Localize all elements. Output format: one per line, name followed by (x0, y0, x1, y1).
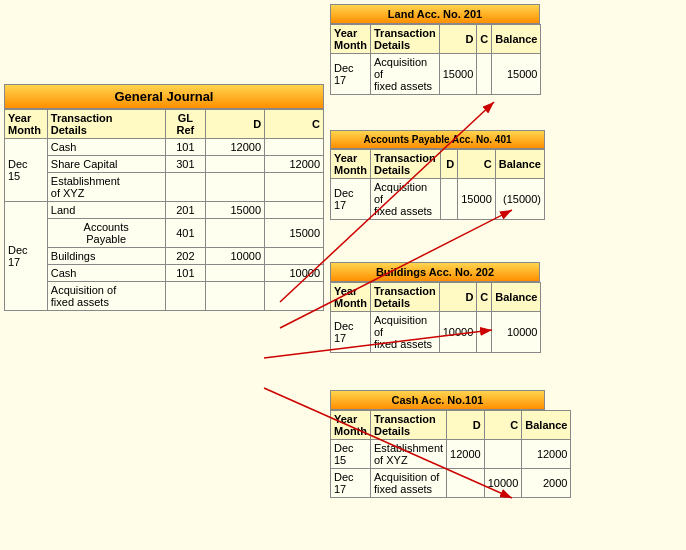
gj-d: 15000 (206, 202, 265, 219)
lc-col-d: D (440, 150, 457, 179)
gj-col-d: D (206, 110, 265, 139)
gj-detail: Buildings (47, 248, 165, 265)
lc-col-bal: Balance (495, 150, 544, 179)
lc-bal: 10000 (492, 312, 541, 353)
gj-d (206, 219, 265, 248)
ledger-cash-table: YearMonth TransactionDetails D C Balance… (330, 410, 571, 498)
lc-c: 15000 (458, 179, 496, 220)
gj-gl (165, 173, 206, 202)
lc-col-det: TransactionDetails (370, 283, 439, 312)
gj-detail: Cash (47, 265, 165, 282)
gj-d: 12000 (206, 139, 265, 156)
ledger-buildings-title: Buildings Acc. No. 202 (330, 262, 540, 282)
lc-bal: 12000 (522, 440, 571, 469)
table-row: Dec15 Establishmentof XYZ 12000 12000 (331, 440, 571, 469)
lc-c: 10000 (484, 469, 522, 498)
gj-d (206, 173, 265, 202)
lc-col-d: D (439, 25, 477, 54)
ledger-accounts-payable: Accounts Payable Acc. No. 401 YearMonth … (330, 130, 545, 220)
ledger-buildings: Buildings Acc. No. 202 YearMonth Transac… (330, 262, 540, 353)
gj-detail: Acquisition offixed assets (47, 282, 165, 311)
lc-c (477, 312, 492, 353)
gj-gl: 101 (165, 139, 206, 156)
gj-c: 12000 (265, 156, 324, 173)
gj-col-details: TransactionDetails (47, 110, 165, 139)
table-row: Share Capital 301 12000 (5, 156, 324, 173)
gj-date-dec17: Dec17 (5, 202, 48, 311)
lc-date: Dec17 (331, 179, 371, 220)
lc-detail: Acquisition offixed assets (370, 179, 440, 220)
gj-detail: AccountsPayable (47, 219, 165, 248)
lc-col-det: TransactionDetails (370, 411, 446, 440)
gj-c: 15000 (265, 219, 324, 248)
lc-col-c: C (458, 150, 496, 179)
lc-col-d: D (439, 283, 477, 312)
table-row: AccountsPayable 401 15000 (5, 219, 324, 248)
gj-c (265, 282, 324, 311)
gj-c (265, 173, 324, 202)
lc-d: 10000 (439, 312, 477, 353)
lc-col-c: C (484, 411, 522, 440)
gj-date-dec15: Dec15 (5, 139, 48, 202)
lc-col-ym: YearMonth (331, 25, 371, 54)
gj-detail: Cash (47, 139, 165, 156)
gj-d (206, 265, 265, 282)
table-row: Buildings 202 10000 (5, 248, 324, 265)
ledger-cash-title: Cash Acc. No.101 (330, 390, 545, 410)
lc-d (440, 179, 457, 220)
table-row: Dec17 Acquisition offixed assets 10000 2… (331, 469, 571, 498)
lc-d (447, 469, 485, 498)
lc-d: 15000 (439, 54, 477, 95)
gj-c (265, 202, 324, 219)
lc-bal: 15000 (492, 54, 541, 95)
lc-col-d: D (447, 411, 485, 440)
gj-detail: Establishmentof XYZ (47, 173, 165, 202)
ledger-land: Land Acc. No. 201 YearMonth TransactionD… (330, 4, 540, 95)
gj-col-year: YearMonth (5, 110, 48, 139)
gj-gl: 202 (165, 248, 206, 265)
lc-col-c: C (477, 25, 492, 54)
lc-detail: Acquisition offixed assets (370, 54, 439, 95)
lc-bal: 2000 (522, 469, 571, 498)
gj-gl: 201 (165, 202, 206, 219)
gj-col-gl: GLRef (165, 110, 206, 139)
table-row: Acquisition offixed assets (5, 282, 324, 311)
general-journal-title: General Journal (4, 84, 324, 109)
table-row: Establishmentof XYZ (5, 173, 324, 202)
gj-gl: 101 (165, 265, 206, 282)
lc-col-c: C (477, 283, 492, 312)
gj-c: 10000 (265, 265, 324, 282)
lc-col-det: TransactionDetails (370, 25, 439, 54)
gj-d (206, 282, 265, 311)
table-row: Dec17 Land 201 15000 (5, 202, 324, 219)
table-row: Cash 101 10000 (5, 265, 324, 282)
lc-col-ym: YearMonth (331, 150, 371, 179)
lc-d: 12000 (447, 440, 485, 469)
gj-gl: 301 (165, 156, 206, 173)
lc-detail: Acquisition offixed assets (370, 312, 439, 353)
ledger-ap-table: YearMonth TransactionDetails D C Balance… (330, 149, 545, 220)
gj-detail: Land (47, 202, 165, 219)
gj-d: 10000 (206, 248, 265, 265)
ledger-buildings-table: YearMonth TransactionDetails D C Balance… (330, 282, 541, 353)
general-journal: General Journal YearMonth TransactionDet… (4, 84, 324, 311)
lc-date: Dec17 (331, 312, 371, 353)
gj-col-c: C (265, 110, 324, 139)
lc-detail: Acquisition offixed assets (370, 469, 446, 498)
gj-gl (165, 282, 206, 311)
lc-date: Dec17 (331, 54, 371, 95)
gj-gl: 401 (165, 219, 206, 248)
ledger-ap-title: Accounts Payable Acc. No. 401 (330, 130, 545, 149)
lc-c (484, 440, 522, 469)
lc-col-ym: YearMonth (331, 411, 371, 440)
lc-detail: Establishmentof XYZ (370, 440, 446, 469)
lc-c (477, 54, 492, 95)
ledger-land-title: Land Acc. No. 201 (330, 4, 540, 24)
table-row: Dec17 Acquisition offixed assets 15000 (… (331, 179, 545, 220)
lc-col-bal: Balance (522, 411, 571, 440)
lc-bal: (15000) (495, 179, 544, 220)
table-row: Dec15 Cash 101 12000 (5, 139, 324, 156)
lc-col-ym: YearMonth (331, 283, 371, 312)
gj-c (265, 248, 324, 265)
ledger-land-table: YearMonth TransactionDetails D C Balance… (330, 24, 541, 95)
